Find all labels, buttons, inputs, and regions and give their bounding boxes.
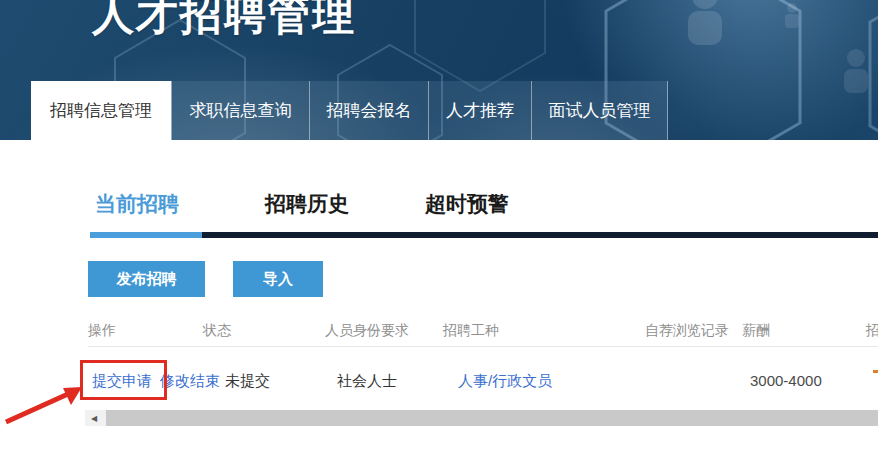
col-header-salary: 薪酬 <box>742 322 770 340</box>
salary-cell: 3000-4000 <box>750 372 822 389</box>
person-icon <box>785 3 799 28</box>
tab-label: 人才推荐 <box>446 99 514 122</box>
scrollbar-thumb[interactable] <box>106 410 878 426</box>
person-icon <box>688 0 722 45</box>
annotation-arrow <box>0 378 95 433</box>
identity-cell: 社会人士 <box>337 372 397 391</box>
status-cell: 未提交 <box>225 372 270 391</box>
modify-link[interactable]: 修改 <box>160 372 190 391</box>
tab-job-fair-signup[interactable]: 招聘会报名 <box>309 81 428 140</box>
table-header-divider <box>88 346 878 347</box>
main-tab-bar: 招聘信息管理 求职信息查询 招聘会报名 人才推荐 面试人员管理 <box>31 81 668 140</box>
horizontal-scrollbar[interactable]: ◀ <box>85 410 878 426</box>
import-button[interactable]: 导入 <box>233 261 323 297</box>
hero-header: 人才招聘管理 招聘信息管理 求职信息查询 招聘会报名 人才推荐 面试人员管理 <box>0 0 878 140</box>
page-title: 人才招聘管理 <box>92 0 356 43</box>
col-header-browse-records: 自荐浏览记录 <box>645 322 729 340</box>
subtab-current-recruitment[interactable]: 当前招聘 <box>95 190 179 218</box>
subtab-recruitment-history[interactable]: 招聘历史 <box>265 190 349 218</box>
talent-recruitment-page: 人才招聘管理 招聘信息管理 求职信息查询 招聘会报名 人才推荐 面试人员管理 当… <box>0 0 878 449</box>
tab-job-seek-query[interactable]: 求职信息查询 <box>171 81 309 140</box>
tab-label: 招聘会报名 <box>327 99 412 122</box>
tab-label: 面试人员管理 <box>549 99 651 122</box>
end-link[interactable]: 结束 <box>190 372 220 391</box>
job-type-link[interactable]: 人事/行政文员 <box>458 372 552 391</box>
col-header-job-type: 招聘工种 <box>443 322 499 340</box>
col-header-clipped: 招 <box>866 322 878 340</box>
col-header-operation: 操作 <box>88 322 116 340</box>
tab-label: 求职信息查询 <box>190 99 292 122</box>
clipped-cell-fragment <box>873 370 878 373</box>
scroll-left-button[interactable]: ◀ <box>85 410 103 426</box>
subtab-active-underline <box>90 232 202 238</box>
person-icon <box>844 49 868 93</box>
scroll-left-arrow-icon: ◀ <box>91 414 97 423</box>
subtab-timeout-warning[interactable]: 超时预警 <box>425 190 509 218</box>
col-header-identity-requirement: 人员身份要求 <box>325 322 409 340</box>
tab-label: 招聘信息管理 <box>50 99 152 122</box>
submit-application-link[interactable]: 提交申请 <box>92 372 152 391</box>
subtab-divider-rule <box>202 232 878 238</box>
tab-recruit-info-management[interactable]: 招聘信息管理 <box>31 81 171 140</box>
col-header-status: 状态 <box>203 322 231 340</box>
tab-interviewee-management[interactable]: 面试人员管理 <box>531 81 668 140</box>
publish-recruitment-button[interactable]: 发布招聘 <box>88 261 205 297</box>
tab-talent-recommend[interactable]: 人才推荐 <box>428 81 531 140</box>
